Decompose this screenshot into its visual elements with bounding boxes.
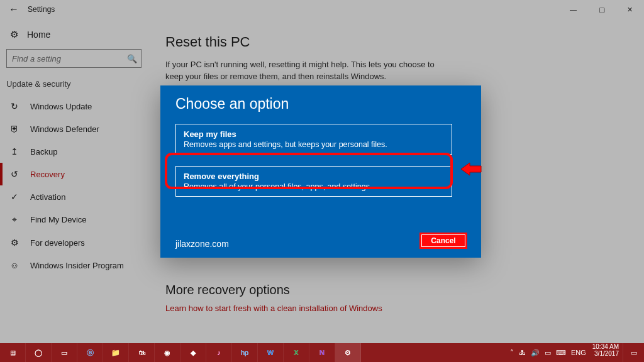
app-icon: ◆ (191, 349, 196, 357)
clock-time: 10:34 AM (592, 343, 619, 350)
taskview-button[interactable]: ▭ (52, 343, 77, 362)
tray-chevron-icon[interactable]: ˄ (510, 349, 514, 357)
store-icon: 🛍 (138, 349, 145, 356)
taskbar-onenote[interactable]: N (309, 343, 335, 362)
location-icon: ⌖ (9, 214, 20, 225)
gear-icon: ⚙ (10, 29, 18, 40)
option-remove-everything[interactable]: Remove everything Removes all of your pe… (175, 166, 452, 197)
sidebar-item-label: Windows Defender (30, 124, 99, 134)
search-icon: 🔍 (123, 54, 141, 63)
taskbar-excel[interactable]: X (284, 343, 309, 362)
sidebar-item-for-developers[interactable]: ⚙ For developers (0, 231, 148, 254)
maximize-button[interactable]: ▢ (587, 0, 616, 19)
learn-fresh-install-link[interactable]: Learn how to start fresh with a clean in… (165, 304, 626, 313)
battery-icon[interactable]: ▭ (545, 349, 551, 357)
more-recovery-heading: More recovery options (165, 283, 626, 297)
option-keep-my-files[interactable]: Keep my files Removes apps and settings,… (175, 124, 452, 155)
sidebar-item-insider[interactable]: ☺ Windows Insider Program (0, 254, 148, 277)
lead-text: If your PC isn't running well, resetting… (165, 59, 442, 83)
gear-icon: ⚙ (345, 349, 351, 357)
taskbar: ⊞ ◯ ▭ ⓔ 📁 🛍 ◉ ◆ ♪ hp W X N ⚙ ˄ 🖧 🔊 ▭ ⌨ E… (0, 343, 644, 362)
windows-icon: ⊞ (10, 349, 16, 357)
minimize-button[interactable]: — (559, 0, 587, 19)
home-label: Home (27, 30, 50, 40)
taskbar-app-1[interactable]: ◆ (180, 343, 206, 362)
cortana-button[interactable]: ◯ (26, 343, 52, 362)
clock-date: 3/1/2017 (592, 350, 619, 357)
sidebar-item-label: Recovery (30, 170, 65, 179)
language-indicator[interactable]: ENG (571, 349, 586, 356)
refresh-icon: ↻ (9, 101, 20, 111)
sidebar-item-label: For developers (30, 238, 85, 248)
sidebar-item-find-my-device[interactable]: ⌖ Find My Device (0, 208, 148, 231)
dialog-title: Choose an option (175, 96, 466, 112)
page-title: Reset this PC (165, 34, 626, 50)
back-button[interactable]: ← (0, 4, 28, 15)
option-title: Remove everything (184, 172, 444, 181)
volume-icon[interactable]: 🔊 (531, 349, 540, 357)
sidebar-item-label: Windows Insider Program (30, 261, 124, 270)
option-subtitle: Removes apps and settings, but keeps you… (184, 140, 444, 149)
excel-icon: X (294, 349, 298, 356)
close-button[interactable]: ✕ (616, 0, 644, 19)
option-title: Keep my files (184, 129, 444, 139)
home-button[interactable]: ⚙ Home (0, 25, 148, 48)
sidebar-item-activation[interactable]: ✓ Activation (0, 185, 148, 208)
system-tray[interactable]: ˄ 🖧 🔊 ▭ ⌨ ENG (506, 343, 590, 362)
keyboard-icon[interactable]: ⌨ (556, 349, 566, 357)
option-subtitle: Removes all of your personal files, apps… (184, 182, 444, 191)
itunes-icon: ♪ (217, 349, 221, 356)
shield-icon: ⛨ (9, 124, 20, 134)
titlebar: ← Settings — ▢ ✕ (0, 0, 644, 19)
taskbar-store[interactable]: 🛍 (129, 343, 155, 362)
taskbar-explorer[interactable]: 📁 (103, 343, 129, 362)
chrome-icon: ◉ (164, 349, 170, 357)
word-icon: W (267, 349, 274, 356)
search-input[interactable] (7, 54, 123, 63)
reset-choose-option-dialog: Choose an option Keep my files Removes a… (160, 85, 481, 258)
network-icon[interactable]: 🖧 (519, 349, 526, 356)
sidebar-item-recovery[interactable]: ↺ Recovery (0, 163, 148, 185)
onenote-icon: N (319, 349, 325, 356)
hp-icon: hp (241, 349, 248, 356)
notification-icon: ▭ (631, 349, 637, 357)
taskbar-word[interactable]: W (258, 343, 284, 362)
action-center-button[interactable]: ▭ (623, 343, 644, 362)
sidebar-item-windows-defender[interactable]: ⛨ Windows Defender (0, 118, 148, 140)
taskview-icon: ▭ (61, 349, 67, 357)
sidebar-item-label: Find My Device (30, 215, 87, 224)
sidebar-item-backup[interactable]: ↥ Backup (0, 140, 148, 163)
insider-icon: ☺ (9, 260, 20, 270)
taskbar-hp[interactable]: hp (232, 343, 258, 362)
folder-icon: 📁 (111, 349, 120, 357)
recovery-icon: ↺ (9, 169, 20, 179)
taskbar-settings[interactable]: ⚙ (335, 343, 361, 362)
taskbar-edge[interactable]: ⓔ (77, 343, 103, 362)
taskbar-chrome[interactable]: ◉ (155, 343, 180, 362)
svg-marker-0 (461, 163, 481, 175)
watermark-text: jilaxzone.com (175, 239, 229, 249)
window-title: Settings (28, 5, 559, 14)
sidebar-item-windows-update[interactable]: ↻ Windows Update (0, 95, 148, 118)
taskbar-itunes[interactable]: ♪ (206, 343, 232, 362)
cortana-icon: ◯ (35, 349, 42, 357)
search-box[interactable]: 🔍 (6, 49, 142, 68)
sidebar-item-label: Backup (30, 147, 57, 156)
start-button[interactable]: ⊞ (0, 343, 26, 362)
taskbar-clock[interactable]: 10:34 AM 3/1/2017 (590, 343, 623, 362)
check-icon: ✓ (9, 192, 20, 202)
edge-icon: ⓔ (87, 348, 94, 358)
sidebar-item-label: Windows Update (30, 102, 92, 111)
developers-icon: ⚙ (9, 238, 20, 248)
sidebar-item-label: Activation (30, 192, 65, 202)
sidebar: ⚙ Home 🔍 Update & security ↻ Windows Upd… (0, 19, 148, 343)
upload-icon: ↥ (9, 146, 20, 156)
cancel-button[interactable]: Cancel (419, 233, 467, 249)
category-header: Update & security (0, 77, 148, 95)
annotation-arrow-icon (458, 159, 484, 179)
